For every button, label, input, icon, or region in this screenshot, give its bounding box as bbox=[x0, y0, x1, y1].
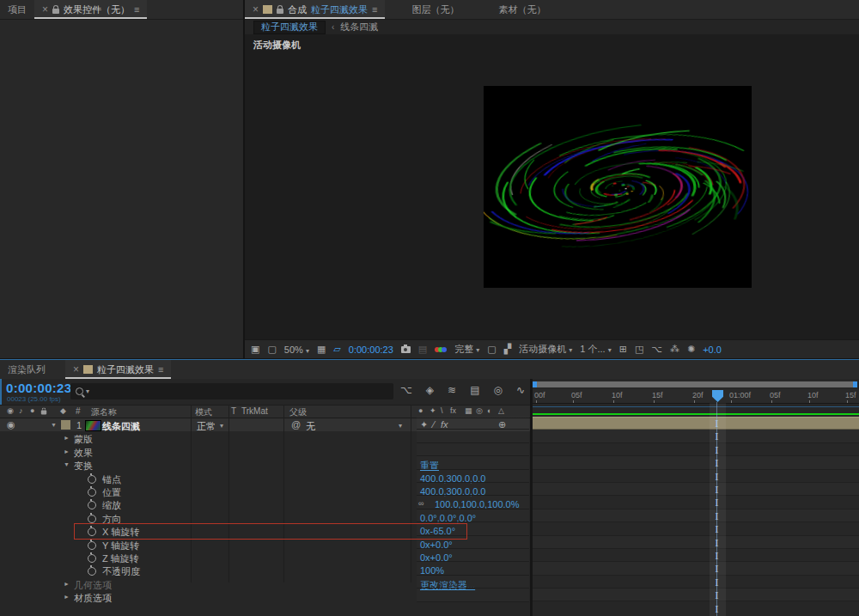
panel-menu-icon[interactable]: ≡ bbox=[372, 4, 377, 15]
column-parent[interactable]: 父级 bbox=[289, 406, 307, 418]
track-row[interactable] bbox=[533, 589, 859, 601]
stopwatch-icon[interactable] bbox=[88, 475, 96, 484]
camera-view-select[interactable]: 活动摄像机 ▾ bbox=[519, 343, 572, 356]
track-row[interactable] bbox=[533, 536, 859, 549]
tab-layer[interactable]: 图层（无） bbox=[404, 0, 466, 19]
column-trkmat[interactable]: TrkMat bbox=[241, 406, 268, 416]
ruler-tick: 20f bbox=[692, 391, 704, 399]
close-icon[interactable]: × bbox=[42, 3, 48, 15]
subtab-comp-other[interactable]: 线条四溅 bbox=[340, 21, 378, 34]
close-icon[interactable]: × bbox=[73, 363, 79, 375]
panel-menu-icon[interactable]: ≡ bbox=[158, 364, 163, 375]
twirl-open-icon[interactable]: ▼ bbox=[64, 461, 70, 467]
column-divider[interactable] bbox=[228, 405, 229, 582]
tab-effect-controls[interactable]: × 效果控件（无） ≡ bbox=[34, 0, 147, 19]
track-row[interactable] bbox=[533, 456, 859, 469]
column-t[interactable]: T bbox=[231, 406, 236, 416]
work-area-bar[interactable] bbox=[533, 381, 857, 387]
tab-composition[interactable]: × 合成 粒子四溅效果 ≡ bbox=[245, 0, 385, 19]
stopwatch-icon[interactable] bbox=[88, 541, 96, 550]
panel-menu-icon[interactable]: ≡ bbox=[134, 4, 139, 15]
preview-timecode[interactable]: 0:00:00:23 bbox=[349, 345, 393, 355]
work-area-start-handle[interactable] bbox=[533, 381, 537, 387]
view-layout-select[interactable]: 1 个... ▾ bbox=[580, 343, 611, 356]
chevron-down-icon[interactable]: ▾ bbox=[220, 422, 223, 430]
track-row[interactable] bbox=[533, 430, 859, 442]
stopwatch-icon[interactable] bbox=[88, 567, 96, 576]
time-ruler[interactable]: 00f 05f 10f 15f 20f 01:00f 05f 10f 15f bbox=[533, 389, 859, 404]
composition-viewport[interactable] bbox=[484, 86, 752, 288]
subtab-comp-active[interactable]: 粒子四溅效果 bbox=[253, 21, 326, 34]
graph-editor-icon[interactable]: ∿ bbox=[516, 385, 525, 395]
track-row[interactable] bbox=[533, 483, 859, 496]
track-row[interactable] bbox=[533, 509, 859, 522]
network-render-icon[interactable]: ⁂ bbox=[670, 345, 679, 354]
draft-3d-icon[interactable]: ◈ bbox=[426, 385, 434, 395]
monitor-icon[interactable]: ▢ bbox=[267, 345, 276, 354]
mini-flowchart-icon[interactable]: ⌥ bbox=[651, 345, 662, 354]
column-divider[interactable] bbox=[411, 405, 411, 582]
track-row[interactable] bbox=[533, 496, 859, 509]
exposure-reset-icon[interactable]: ✺ bbox=[687, 345, 695, 354]
stopwatch-icon[interactable] bbox=[88, 501, 96, 509]
layer-duration-bar[interactable] bbox=[533, 417, 859, 430]
chevron-down-icon[interactable]: ▾ bbox=[399, 422, 402, 430]
stopwatch-icon[interactable] bbox=[88, 528, 96, 536]
twirl-closed-icon[interactable]: ► bbox=[64, 435, 70, 441]
track-row[interactable] bbox=[533, 522, 859, 535]
transparency-grid-icon[interactable]: ▞ bbox=[504, 345, 511, 354]
column-divider[interactable] bbox=[283, 405, 284, 582]
effect-controls-panel: 项目 × 效果控件（无） ≡ bbox=[0, 0, 243, 358]
lock-icon[interactable] bbox=[52, 9, 59, 14]
chevron-down-icon: ▾ bbox=[476, 346, 479, 354]
mask-visibility-icon[interactable]: ▱ bbox=[333, 345, 340, 354]
twirl-closed-icon[interactable]: ► bbox=[64, 594, 70, 600]
fast-previews-icon[interactable]: ◳ bbox=[635, 345, 643, 354]
region-of-interest-icon[interactable]: ▢ bbox=[487, 345, 496, 354]
column-source-name[interactable]: 源名称 bbox=[91, 406, 117, 418]
work-area-end-handle[interactable] bbox=[853, 381, 857, 387]
twirl-closed-icon[interactable]: ► bbox=[64, 581, 70, 587]
column-divider[interactable] bbox=[191, 405, 192, 582]
timeline-search-box[interactable]: ▾ bbox=[70, 383, 393, 399]
track-row[interactable] bbox=[533, 549, 859, 562]
layer-label-swatch[interactable] bbox=[61, 420, 70, 430]
show-snapshot-icon[interactable]: ▤ bbox=[418, 345, 427, 354]
resolution-select[interactable]: 完整 ▾ bbox=[454, 343, 479, 356]
lock-column-icon bbox=[41, 411, 46, 415]
grid-guides-icon[interactable]: ▦ bbox=[317, 345, 326, 354]
twirl-closed-icon[interactable]: ► bbox=[64, 448, 70, 454]
tab-project[interactable]: 项目 bbox=[0, 0, 34, 19]
stopwatch-icon[interactable] bbox=[88, 554, 96, 563]
column-mode[interactable]: 模式 bbox=[195, 406, 212, 418]
tab-render-queue[interactable]: 渲染队列 bbox=[0, 360, 53, 379]
zoom-select[interactable]: 50% ▾ bbox=[284, 345, 309, 355]
stopwatch-icon[interactable] bbox=[88, 488, 96, 497]
cached-frames-indicator bbox=[533, 413, 859, 415]
stopwatch-icon[interactable] bbox=[88, 515, 96, 523]
layer-twirl-icon[interactable]: ▼ bbox=[51, 422, 57, 428]
ruler-tick: 15f bbox=[652, 391, 663, 399]
tab-footage[interactable]: 素材（无） bbox=[490, 0, 553, 19]
lock-icon[interactable] bbox=[277, 9, 283, 14]
track-row[interactable] bbox=[533, 562, 859, 575]
tab-timeline-comp[interactable]: × 粒子四溅效果 ≡ bbox=[65, 360, 171, 379]
track-row[interactable] bbox=[533, 470, 859, 483]
parent-pickwhip-icon[interactable]: @ bbox=[291, 420, 301, 430]
show-channel-icon[interactable] bbox=[435, 347, 447, 352]
eye-toggle-icon[interactable]: ◉ bbox=[7, 420, 15, 430]
current-timecode[interactable]: 0:00:00:23 bbox=[6, 381, 71, 395]
always-preview-icon[interactable]: ▣ bbox=[251, 345, 259, 354]
close-icon[interactable]: × bbox=[253, 3, 259, 15]
exposure-value[interactable]: +0.0 bbox=[703, 345, 722, 355]
property-label: 材质选项 bbox=[74, 592, 112, 605]
motion-blur-icon[interactable]: ◎ bbox=[493, 385, 502, 395]
track-row[interactable] bbox=[533, 443, 859, 456]
frame-blend-icon[interactable]: ≋ bbox=[448, 385, 456, 395]
snapshot-icon[interactable] bbox=[401, 346, 411, 353]
pixel-aspect-icon[interactable]: ⊞ bbox=[619, 345, 627, 354]
hide-shy-icon[interactable]: ▤ bbox=[470, 385, 479, 395]
search-input[interactable] bbox=[92, 386, 388, 398]
track-row[interactable] bbox=[533, 576, 859, 589]
comp-flowchart-icon[interactable]: ⌥ bbox=[400, 385, 412, 395]
